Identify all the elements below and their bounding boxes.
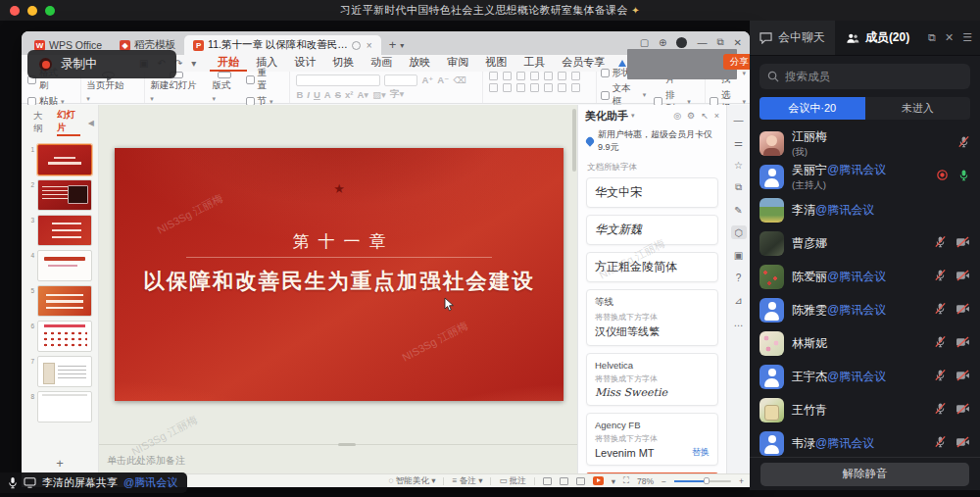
bullets-icon[interactable]	[489, 72, 498, 80]
layout-switch-icon[interactable]: ▢	[640, 37, 649, 48]
member-row[interactable]: 曹彦娜	[760, 226, 970, 260]
camera-muted-icon[interactable]	[956, 268, 970, 285]
close-panel-icon[interactable]: ×	[714, 111, 719, 121]
search-members-input[interactable]	[785, 71, 932, 82]
zoom-level[interactable]: 78%	[637, 476, 654, 486]
notes-resize-handle[interactable]	[338, 443, 356, 446]
clear-format-icon[interactable]: ⌫	[453, 75, 466, 85]
slide-thumbnail-8[interactable]: 8	[27, 391, 98, 422]
slide-thumbnail-7[interactable]: 7	[27, 356, 98, 387]
smart-beautify-button[interactable]: ◌ 智能美化 ▾	[388, 475, 435, 487]
reading-view-icon[interactable]	[576, 477, 585, 485]
segment-in-meeting[interactable]: 会议中·20	[760, 97, 865, 120]
columns-icon[interactable]	[571, 72, 580, 80]
notes-toggle-button[interactable]: ≡ 备注 ▾	[452, 475, 482, 487]
tab-document[interactable]: P 11.第十一章 以保障和改善民… ×	[184, 35, 381, 55]
menu-开始[interactable]: 开始	[210, 55, 247, 72]
menu-工具[interactable]: 工具	[515, 55, 553, 72]
tab-slides[interactable]: 幻灯片	[57, 109, 80, 136]
restore-icon[interactable]: ⧉	[716, 36, 723, 48]
menu-设计[interactable]: 设计	[286, 55, 323, 72]
tab-outline[interactable]: 大纲	[33, 110, 49, 135]
close-panel-icon[interactable]: ✕	[945, 31, 954, 44]
slideshow-caret-icon[interactable]: ▾	[612, 476, 615, 486]
font-card-4[interactable]: 等线将替换成下方字体汉仪细等线繁	[586, 289, 718, 346]
slide-thumbnail-5[interactable]: 5	[27, 285, 98, 317]
close-tab-icon[interactable]: ×	[367, 40, 372, 51]
font-card-5[interactable]: Helvetica将替换成下方字体Miss Sweetie	[586, 353, 718, 406]
font-card-3[interactable]: 方正粗金陵简体	[586, 252, 718, 282]
edit-icon[interactable]: ✎	[731, 203, 747, 217]
mic-on-icon[interactable]	[957, 168, 970, 185]
font-size-select[interactable]	[384, 75, 417, 86]
mic-muted-icon[interactable]	[957, 134, 970, 152]
bold-icon[interactable]: B	[296, 89, 303, 100]
camera-muted-icon[interactable]	[956, 234, 970, 252]
fit-window-icon[interactable]: ⛶	[623, 475, 629, 486]
align-objects-icon[interactable]	[571, 83, 580, 92]
zoom-out-icon[interactable]: −	[662, 476, 666, 486]
segment-not-joined[interactable]: 未进入	[865, 97, 971, 120]
zoom-in-icon[interactable]: +	[739, 476, 744, 486]
gear-icon[interactable]: ⚙	[687, 111, 695, 121]
slide-thumbnail-1[interactable]: 1	[27, 144, 98, 175]
adjust-icon[interactable]: ⚌	[731, 135, 747, 149]
member-row[interactable]: 王竹青	[760, 393, 970, 426]
service-icon[interactable]: ◎	[673, 111, 681, 121]
tab-chat[interactable]: 会中聊天	[750, 21, 835, 55]
camera-muted-icon[interactable]	[956, 434, 970, 452]
member-promo[interactable]: 新用户特惠，超级会员月卡仅9.9元	[578, 126, 726, 160]
menu-视图[interactable]: 视图	[477, 55, 514, 72]
font-card-1[interactable]: 华文中宋	[586, 177, 718, 208]
account-avatar[interactable]	[676, 37, 687, 48]
menu-动画[interactable]: 动画	[363, 55, 400, 72]
font-style-a-icon[interactable]: A	[324, 89, 331, 100]
menu-审阅[interactable]: 审阅	[439, 55, 476, 72]
menu-放映[interactable]: 放映	[401, 55, 438, 72]
member-row[interactable]: 陈雅雯@腾讯会议	[760, 293, 970, 326]
collapse-icon[interactable]: —	[731, 113, 747, 126]
copy-style-icon[interactable]: ⧉	[731, 180, 747, 194]
align-top-icon[interactable]	[558, 83, 566, 92]
italic-icon[interactable]: I	[307, 89, 310, 100]
crop-icon[interactable]: ⊿	[731, 293, 747, 307]
text-direction-icon[interactable]	[544, 72, 553, 80]
numbering-icon[interactable]	[503, 72, 512, 80]
tab-list-caret-icon[interactable]: ▾	[400, 41, 404, 50]
align-center-icon[interactable]	[503, 83, 512, 92]
more-icon[interactable]: …	[731, 316, 747, 329]
outdent-icon[interactable]	[516, 72, 525, 80]
mic-muted-icon[interactable]	[934, 434, 947, 452]
font-name-select[interactable]	[296, 75, 380, 86]
assistant-caret-icon[interactable]: ▾	[631, 112, 635, 120]
superscript-icon[interactable]: x²	[345, 89, 353, 100]
mic-muted-icon[interactable]	[934, 268, 947, 285]
current-slide[interactable]: ★ 第十一章 以保障和改善民生为重点加强社会建设 NIS3Sg 江丽梅 NIS3…	[115, 148, 564, 401]
member-row[interactable]: 陈爱丽@腾讯会议	[760, 260, 970, 293]
mic-muted-icon[interactable]	[934, 234, 947, 252]
decrease-font-icon[interactable]: A⁻	[437, 75, 449, 85]
line-spacing-icon[interactable]	[558, 72, 566, 80]
increase-font-icon[interactable]: A⁺	[421, 75, 433, 85]
camera-muted-icon[interactable]	[956, 301, 970, 319]
share-button[interactable]: 分享	[723, 54, 750, 70]
strikethrough-icon[interactable]: S	[335, 89, 341, 100]
mic-muted-icon[interactable]	[934, 401, 947, 419]
char-spacing-icon[interactable]: 字▾	[390, 88, 404, 101]
member-row[interactable]: 王宇杰@腾讯会议	[760, 360, 970, 393]
distribute-icon[interactable]	[544, 83, 553, 92]
camera-muted-icon[interactable]	[956, 334, 970, 352]
screen-share-badge[interactable]: 李清的屏幕共享 @腾讯会议	[0, 472, 187, 493]
mic-muted-icon[interactable]	[934, 334, 947, 352]
help-icon[interactable]: ?	[731, 271, 747, 284]
zoom-slider[interactable]	[674, 480, 731, 482]
quick-access-caret-icon[interactable]: ▾	[191, 58, 196, 69]
justify-icon[interactable]	[530, 83, 539, 92]
slide-thumbnail-4[interactable]: 4	[27, 250, 98, 281]
beautify-icon[interactable]: ⬡	[731, 225, 747, 239]
member-row[interactable]: 江丽梅(我)	[760, 126, 970, 160]
highlight-icon[interactable]: ▨▾	[372, 89, 386, 100]
member-row[interactable]: 林斯妮	[760, 326, 970, 360]
camera-muted-icon[interactable]	[956, 368, 970, 385]
pin-icon[interactable]: ↖	[701, 111, 709, 121]
